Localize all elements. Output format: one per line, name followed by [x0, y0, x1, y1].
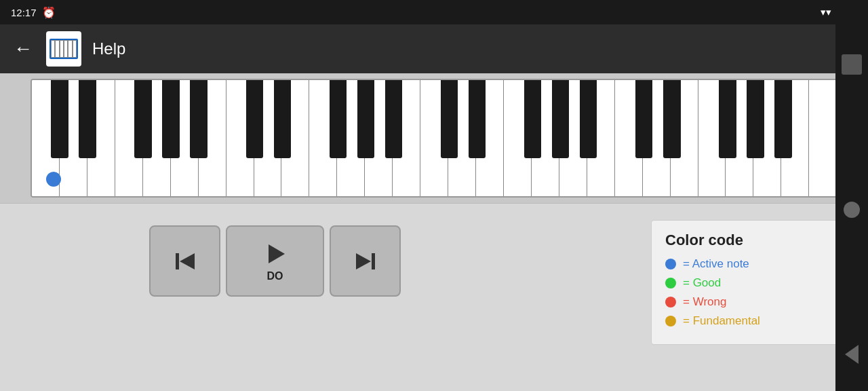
color-item: = Active note: [665, 257, 840, 271]
black-key[interactable]: [663, 80, 680, 158]
black-key[interactable]: [357, 80, 374, 158]
color-code-title: Color code: [665, 231, 840, 249]
svg-rect-3: [372, 253, 375, 269]
black-key[interactable]: [162, 80, 179, 158]
black-key[interactable]: [580, 80, 597, 158]
alarm-icon: ⏰: [42, 6, 56, 19]
black-key[interactable]: [330, 80, 347, 158]
black-key[interactable]: [774, 80, 791, 158]
black-key[interactable]: [51, 80, 68, 158]
svg-marker-4: [356, 253, 371, 269]
color-label: = Good: [683, 276, 721, 290]
black-key[interactable]: [524, 80, 541, 158]
white-key[interactable]: [809, 80, 836, 196]
sidebar-back-button[interactable]: [845, 345, 859, 364]
black-key[interactable]: [274, 80, 291, 158]
color-code-panel: Color code = Active note= Good= Wrong= F…: [651, 220, 854, 345]
piano-keyboard: [31, 79, 837, 198]
black-key[interactable]: [635, 80, 652, 158]
color-item: = Wrong: [665, 295, 840, 309]
color-items-list: = Active note= Good= Wrong= Fundamental: [665, 257, 840, 328]
color-dot: [665, 278, 676, 288]
top-bar: ← Help ⚙: [0, 24, 868, 73]
controls-group: DO: [149, 225, 401, 297]
black-key[interactable]: [190, 80, 207, 158]
black-key[interactable]: [385, 80, 402, 158]
color-item: = Fundamental: [665, 314, 840, 328]
black-key[interactable]: [441, 80, 458, 158]
black-key[interactable]: [747, 80, 764, 158]
note-label: DO: [267, 270, 283, 282]
svg-rect-0: [176, 253, 179, 269]
svg-marker-1: [180, 253, 195, 269]
active-note-dot: [46, 172, 61, 187]
bottom-section: DO Color code = Active note= Good= Wrong…: [0, 204, 868, 391]
sidebar-circle-button[interactable]: [844, 202, 860, 218]
black-key[interactable]: [719, 80, 736, 158]
color-label: = Wrong: [683, 295, 726, 309]
time-display: 12:17: [11, 7, 37, 18]
status-bar: 12:17 ⏰ ▾▾ ▐ 🔋: [0, 0, 868, 24]
black-key[interactable]: [552, 80, 569, 158]
sidebar-square-button[interactable]: [842, 54, 862, 75]
color-dot: [665, 297, 676, 308]
next-button[interactable]: [330, 225, 401, 297]
prev-button[interactable]: [149, 225, 220, 297]
status-left: 12:17 ⏰: [11, 6, 56, 19]
color-item: = Good: [665, 276, 840, 290]
color-dot: [665, 316, 676, 327]
black-key[interactable]: [134, 80, 151, 158]
color-label: = Fundamental: [683, 314, 760, 328]
app-icon: [46, 31, 81, 67]
skip-back-icon: [172, 248, 199, 275]
black-key[interactable]: [246, 80, 263, 158]
play-button[interactable]: DO: [226, 225, 324, 297]
back-button[interactable]: ←: [11, 35, 35, 62]
black-key[interactable]: [79, 80, 96, 158]
right-sidebar: [835, 0, 868, 391]
play-icon: [262, 240, 289, 267]
piano-container: [0, 73, 868, 204]
white-keys-container: [32, 80, 836, 196]
black-key[interactable]: [469, 80, 486, 158]
page-title: Help: [92, 39, 829, 58]
skip-forward-icon: [352, 248, 379, 275]
svg-marker-2: [269, 244, 285, 263]
color-label: = Active note: [683, 257, 749, 271]
wifi-icon: ▾▾: [821, 6, 831, 18]
app-icon-piano: [50, 39, 78, 59]
color-dot: [665, 259, 676, 269]
main-content: DO Color code = Active note= Good= Wrong…: [0, 73, 868, 391]
